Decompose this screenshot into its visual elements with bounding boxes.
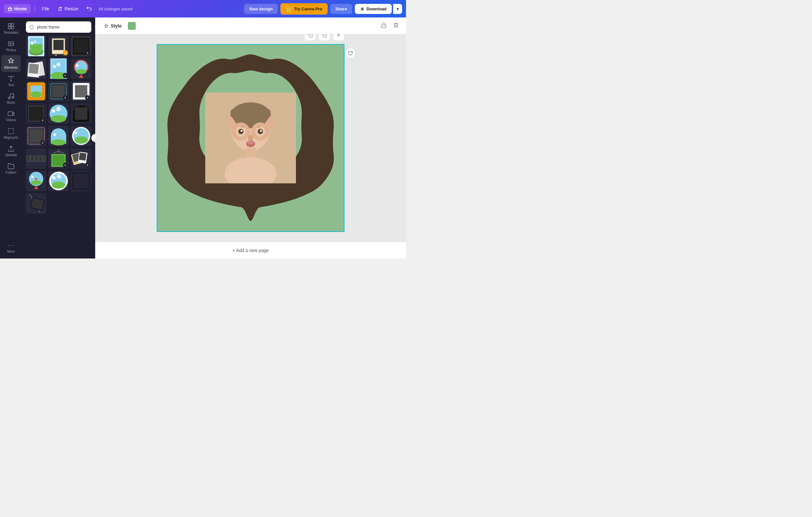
svg-rect-116 bbox=[324, 34, 327, 37]
frame-result-16[interactable] bbox=[26, 148, 46, 169]
frame-result-21[interactable] bbox=[71, 171, 91, 191]
frame-result-19[interactable] bbox=[26, 171, 46, 191]
sidebar-item-templates[interactable]: Templates bbox=[1, 20, 21, 37]
canvas-area: Style bbox=[95, 18, 406, 258]
svg-point-67 bbox=[52, 139, 66, 145]
frame-result-17[interactable]: £ bbox=[48, 148, 69, 169]
sidebar-item-music[interactable]: Music bbox=[1, 90, 21, 107]
svg-rect-76 bbox=[27, 156, 29, 161]
svg-point-7 bbox=[9, 43, 10, 44]
svg-point-100 bbox=[35, 178, 37, 180]
sidebar-templates-label: Templates bbox=[4, 31, 19, 34]
lock-button[interactable] bbox=[379, 20, 388, 31]
sidebar-item-photos[interactable]: Photos bbox=[1, 37, 21, 54]
svg-point-136 bbox=[260, 130, 262, 132]
style-button[interactable]: Style bbox=[100, 21, 125, 30]
sidebar-item-elements[interactable]: Elements bbox=[1, 55, 21, 72]
sidebar-item-background[interactable]: Bkground bbox=[1, 125, 21, 142]
frame-result-22[interactable] bbox=[26, 193, 46, 214]
svg-rect-82 bbox=[39, 156, 42, 161]
frame-result-11[interactable] bbox=[48, 103, 69, 124]
search-icon bbox=[29, 25, 34, 30]
svg-point-35 bbox=[57, 62, 61, 67]
delete-button[interactable] bbox=[391, 20, 401, 31]
frame-result-1[interactable] bbox=[26, 36, 46, 56]
add-page-button[interactable]: + Add a new page bbox=[232, 248, 269, 253]
frame-result-20[interactable] bbox=[48, 171, 69, 191]
sidebar-background-label: Bkground bbox=[4, 136, 18, 139]
canvas-toolbar: Style bbox=[95, 18, 406, 34]
frame-result-13[interactable]: £ bbox=[26, 126, 46, 146]
pound-badge-18: £ bbox=[85, 163, 90, 168]
frame-result-5[interactable]: £ bbox=[48, 58, 69, 79]
sidebar-uploads-label: Uploads bbox=[5, 153, 17, 157]
canvas-main[interactable] bbox=[157, 44, 345, 232]
sidebar-item-folders[interactable]: Folders bbox=[1, 160, 21, 177]
sidebar-photos-label: Photos bbox=[6, 48, 16, 52]
frame-result-15[interactable] bbox=[71, 126, 91, 146]
sidebar-item-text[interactable]: Text bbox=[1, 73, 21, 89]
nav-separator: | bbox=[34, 5, 36, 12]
frame-result-18[interactable]: £ bbox=[71, 148, 91, 169]
svg-rect-62 bbox=[75, 108, 87, 120]
canvas-scroll-area[interactable] bbox=[95, 34, 406, 242]
frame-result-14[interactable] bbox=[48, 126, 69, 146]
svg-point-72 bbox=[75, 137, 88, 144]
try-pro-button[interactable]: 👑 Try Canva Pro bbox=[280, 3, 327, 15]
main-layout: Templates Photos Elements Text bbox=[0, 18, 406, 258]
search-input[interactable] bbox=[37, 25, 91, 29]
svg-point-12 bbox=[30, 25, 33, 29]
add-page-bar[interactable]: + Add a new page bbox=[95, 242, 406, 258]
frame-result-12[interactable] bbox=[71, 103, 91, 124]
svg-point-45 bbox=[30, 91, 42, 97]
toolbar-right bbox=[379, 20, 401, 31]
svg-rect-109 bbox=[74, 173, 89, 189]
color-swatch[interactable] bbox=[128, 22, 136, 30]
search-results-grid: 👑 £ bbox=[26, 36, 91, 214]
copy-frame-button[interactable] bbox=[319, 34, 330, 41]
frame-result-4[interactable] bbox=[26, 58, 46, 79]
svg-rect-78 bbox=[31, 156, 34, 161]
refresh-rotate-button[interactable] bbox=[345, 48, 355, 58]
pound-badge-8: £ bbox=[63, 95, 68, 101]
svg-rect-48 bbox=[53, 85, 65, 97]
hide-panel-button[interactable]: ‹ bbox=[91, 134, 95, 142]
pound-badge-5: £ bbox=[63, 73, 68, 78]
new-design-button[interactable]: New design bbox=[244, 4, 278, 14]
svg-point-59 bbox=[56, 107, 61, 111]
file-button[interactable]: File bbox=[39, 4, 53, 13]
svg-rect-2 bbox=[8, 24, 11, 26]
frame-result-3[interactable]: £ bbox=[71, 36, 91, 56]
svg-point-8 bbox=[8, 97, 10, 99]
svg-rect-80 bbox=[35, 156, 37, 161]
svg-point-58 bbox=[52, 109, 55, 113]
home-button[interactable]: Home bbox=[4, 4, 31, 13]
svg-rect-122 bbox=[231, 109, 271, 125]
frame-result-9[interactable]: £ bbox=[71, 81, 91, 101]
sidebar-text-label: Text bbox=[8, 83, 14, 87]
left-sidebar: Templates Photos Elements Text bbox=[0, 18, 22, 258]
svg-point-98 bbox=[31, 175, 34, 178]
sidebar-item-videos[interactable]: Videos bbox=[1, 108, 21, 125]
undo-button[interactable] bbox=[84, 3, 94, 15]
svg-point-104 bbox=[52, 182, 65, 189]
frame-result-6[interactable] bbox=[71, 58, 91, 79]
duplicate-frame-button[interactable] bbox=[304, 34, 316, 41]
frame-result-7[interactable] bbox=[26, 81, 46, 101]
download-button[interactable]: Download bbox=[355, 4, 392, 14]
frame-result-2[interactable]: 👑 bbox=[48, 36, 69, 56]
sidebar-item-more[interactable]: ··· More bbox=[1, 239, 21, 256]
svg-rect-3 bbox=[11, 24, 13, 26]
canvas-float-actions bbox=[304, 34, 345, 41]
svg-rect-93 bbox=[79, 153, 86, 161]
frame-result-10[interactable]: £ bbox=[26, 103, 46, 124]
sidebar-item-uploads[interactable]: Uploads bbox=[1, 142, 21, 159]
svg-point-18 bbox=[30, 42, 34, 45]
frame-result-8[interactable]: £ bbox=[48, 81, 69, 101]
resize-button[interactable]: Resize bbox=[55, 4, 82, 13]
download-caret-button[interactable]: ▾ bbox=[393, 4, 402, 14]
add-page-plus-button[interactable] bbox=[333, 34, 345, 41]
home-label: Home bbox=[14, 6, 27, 11]
share-button[interactable]: Share bbox=[330, 4, 352, 14]
more-dots-icon: ··· bbox=[7, 241, 15, 249]
